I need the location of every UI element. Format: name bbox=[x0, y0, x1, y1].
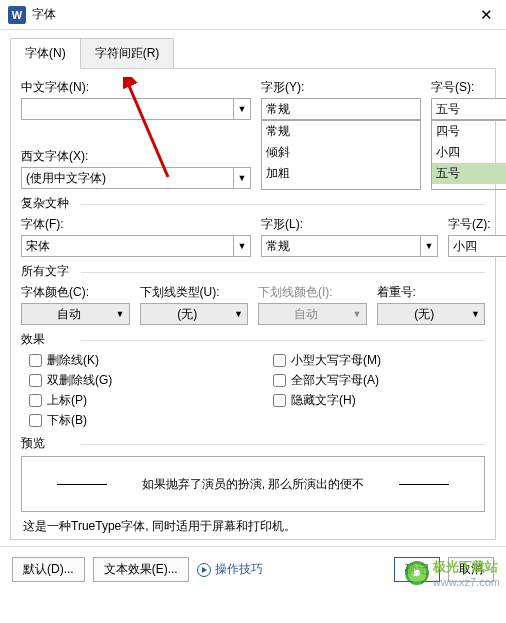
style-listbox[interactable]: 常规 倾斜 加粗 bbox=[261, 120, 421, 190]
tips-link[interactable]: 操作技巧 bbox=[197, 561, 263, 578]
underline-color-label: 下划线颜色(I): bbox=[258, 284, 367, 301]
chevron-down-icon[interactable]: ▼ bbox=[233, 235, 251, 257]
list-item[interactable]: 四号 bbox=[432, 121, 506, 142]
text-effect-button[interactable]: 文本效果(E)... bbox=[93, 557, 189, 582]
underline-color-value: 自动 bbox=[263, 306, 349, 323]
chk-small-caps[interactable]: 小型大写字母(M) bbox=[273, 352, 477, 369]
underline-label: 下划线类型(U): bbox=[140, 284, 249, 301]
underline-value: (无) bbox=[145, 306, 231, 323]
complex-style-label: 字形(L): bbox=[261, 216, 438, 233]
list-item[interactable]: 五号 bbox=[432, 163, 506, 184]
ok-button[interactable]: 确定 bbox=[394, 557, 440, 582]
window-title: 字体 bbox=[32, 6, 466, 23]
list-item[interactable]: 加粗 bbox=[262, 163, 420, 184]
chevron-down-icon: ▼ bbox=[353, 309, 362, 319]
cn-font-label: 中文字体(N): bbox=[21, 79, 251, 96]
tab-bar: 字体(N) 字符间距(R) bbox=[10, 38, 496, 69]
underline-color-dropdown: 自动 ▼ bbox=[258, 303, 367, 325]
font-color-dropdown[interactable]: 自动 ▼ bbox=[21, 303, 130, 325]
chk-all-caps[interactable]: 全部大写字母(A) bbox=[273, 372, 477, 389]
chevron-down-icon[interactable]: ▼ bbox=[420, 235, 438, 257]
complex-size-label: 字号(Z): bbox=[448, 216, 506, 233]
west-font-label: 西文字体(X): bbox=[21, 148, 251, 165]
tips-label: 操作技巧 bbox=[215, 561, 263, 578]
chevron-down-icon[interactable]: ▼ bbox=[233, 167, 251, 189]
group-all-title: 所有文字 bbox=[21, 264, 75, 278]
app-icon: W bbox=[8, 6, 26, 24]
complex-size-input[interactable] bbox=[448, 235, 506, 257]
tab-panel-font: 中文字体(N): ▼ 字形(Y): 常规 倾斜 加粗 字号(S): 四号 小四 … bbox=[10, 68, 496, 540]
chevron-down-icon: ▼ bbox=[234, 309, 243, 319]
size-input[interactable] bbox=[431, 98, 506, 120]
size-label: 字号(S): bbox=[431, 79, 506, 96]
group-complex-title: 复杂文种 bbox=[21, 196, 75, 210]
chevron-down-icon[interactable]: ▼ bbox=[233, 98, 251, 120]
emphasis-value: (无) bbox=[382, 306, 468, 323]
chk-subscript[interactable]: 下标(B) bbox=[29, 412, 233, 429]
preview-text: 如果抛弃了演员的扮演, 那么所演出的便不 bbox=[112, 476, 395, 493]
complex-style-input[interactable] bbox=[261, 235, 420, 257]
list-item[interactable]: 常规 bbox=[262, 121, 420, 142]
size-listbox[interactable]: 四号 小四 五号 bbox=[431, 120, 506, 190]
preview-hint: 这是一种TrueType字体, 同时适用于屏幕和打印机。 bbox=[23, 518, 483, 535]
tab-font[interactable]: 字体(N) bbox=[10, 38, 81, 69]
group-effects-title: 效果 bbox=[21, 332, 51, 346]
group-preview-title: 预览 bbox=[21, 436, 51, 450]
cn-font-input[interactable] bbox=[21, 98, 233, 120]
list-item[interactable]: 倾斜 bbox=[262, 142, 420, 163]
west-font-input[interactable] bbox=[21, 167, 233, 189]
list-item[interactable]: 小四 bbox=[432, 142, 506, 163]
chk-superscript[interactable]: 上标(P) bbox=[29, 392, 233, 409]
font-color-label: 字体颜色(C): bbox=[21, 284, 130, 301]
complex-size-combo[interactable]: ▼ bbox=[448, 235, 506, 257]
underline-dropdown[interactable]: (无) ▼ bbox=[140, 303, 249, 325]
chevron-down-icon: ▼ bbox=[116, 309, 125, 319]
font-color-value: 自动 bbox=[26, 306, 112, 323]
style-label: 字形(Y): bbox=[261, 79, 421, 96]
style-input[interactable] bbox=[261, 98, 421, 120]
chk-hidden[interactable]: 隐藏文字(H) bbox=[273, 392, 477, 409]
default-button[interactable]: 默认(D)... bbox=[12, 557, 85, 582]
west-font-combo[interactable]: ▼ bbox=[21, 167, 251, 189]
emphasis-label: 着重号: bbox=[377, 284, 486, 301]
cn-font-combo[interactable]: ▼ bbox=[21, 98, 251, 120]
complex-style-combo[interactable]: ▼ bbox=[261, 235, 438, 257]
close-button[interactable]: ✕ bbox=[466, 0, 506, 30]
complex-font-label: 字体(F): bbox=[21, 216, 251, 233]
cancel-button[interactable]: 取消 bbox=[448, 557, 494, 582]
tab-char-spacing[interactable]: 字符间距(R) bbox=[80, 38, 175, 69]
preview-box: 如果抛弃了演员的扮演, 那么所演出的便不 bbox=[21, 456, 485, 512]
complex-font-combo[interactable]: ▼ bbox=[21, 235, 251, 257]
chk-strikethrough[interactable]: 删除线(K) bbox=[29, 352, 233, 369]
complex-font-input[interactable] bbox=[21, 235, 233, 257]
chk-double-strike[interactable]: 双删除线(G) bbox=[29, 372, 233, 389]
play-icon bbox=[197, 563, 211, 577]
emphasis-dropdown[interactable]: (无) ▼ bbox=[377, 303, 486, 325]
chevron-down-icon: ▼ bbox=[471, 309, 480, 319]
